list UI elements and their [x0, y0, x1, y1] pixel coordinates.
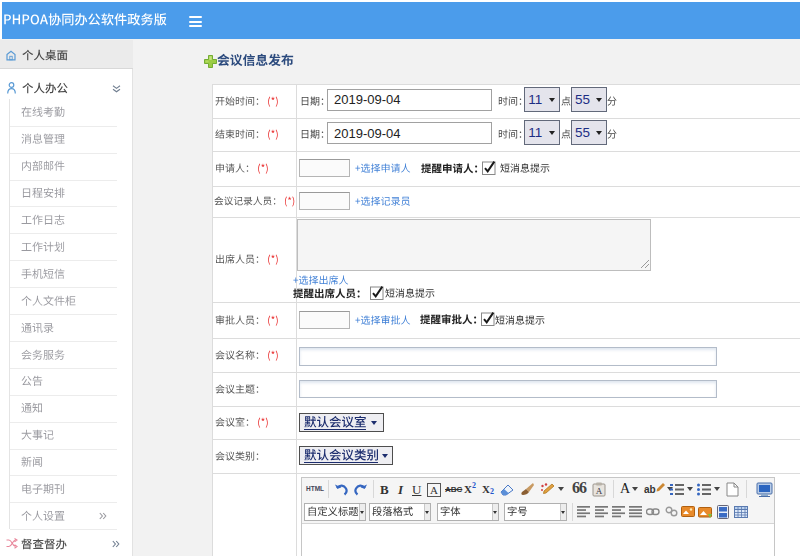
svg-text:A: A	[596, 486, 603, 496]
